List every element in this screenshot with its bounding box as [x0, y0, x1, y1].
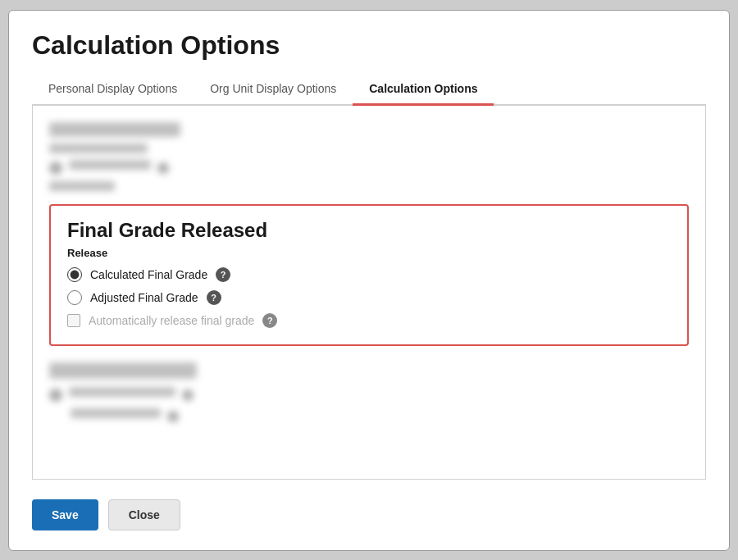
adjusted-final-grade-row: Adjusted Final Grade ?: [67, 290, 671, 305]
adjusted-final-grade-label: Adjusted Final Grade: [90, 291, 198, 304]
tab-calculation-options[interactable]: Calculation Options: [353, 74, 494, 106]
final-grade-released-section: Final Grade Released Release Calculated …: [49, 204, 689, 346]
auto-release-help-icon[interactable]: ?: [262, 313, 277, 328]
auto-release-checkbox: [67, 314, 80, 327]
final-grade-released-title: Final Grade Released: [67, 219, 671, 242]
tabs-bar: Personal Display Options Org Unit Displa…: [32, 74, 706, 106]
modal-container: Calculation Options Personal Display Opt…: [8, 10, 730, 551]
adjusted-help-icon[interactable]: ?: [207, 290, 221, 305]
tab-personal-display[interactable]: Personal Display Options: [32, 74, 194, 106]
page-title: Calculation Options: [32, 30, 706, 61]
footer-buttons: Save Close: [32, 496, 706, 530]
auto-release-label: Automatically release final grade: [89, 314, 254, 327]
save-button[interactable]: Save: [32, 499, 98, 530]
adjusted-final-grade-radio[interactable]: [67, 290, 82, 305]
blurred-top-section: [49, 122, 689, 191]
calculated-final-grade-row: Calculated Final Grade ?: [67, 267, 671, 282]
close-button[interactable]: Close: [108, 499, 180, 530]
release-label: Release: [67, 247, 671, 259]
content-area: Final Grade Released Release Calculated …: [32, 106, 706, 480]
blurred-bottom-section: [49, 362, 689, 425]
calculated-help-icon[interactable]: ?: [216, 267, 230, 282]
auto-release-row: Automatically release final grade ?: [67, 313, 671, 328]
calculated-final-grade-label: Calculated Final Grade: [90, 268, 207, 281]
calculated-final-grade-radio[interactable]: [67, 267, 82, 282]
tab-org-unit-display[interactable]: Org Unit Display Options: [194, 74, 353, 106]
